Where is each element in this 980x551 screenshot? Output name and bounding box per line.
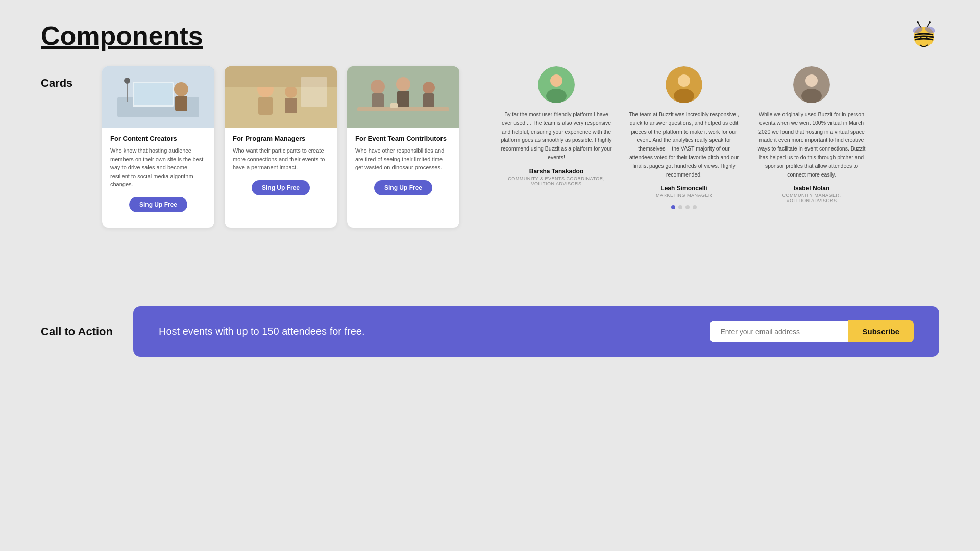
- cta-form: Subscribe: [710, 320, 914, 342]
- dot-1[interactable]: [671, 205, 675, 209]
- svg-point-30: [423, 82, 435, 94]
- cta-promo-text: Host events with up to 150 attendees for…: [159, 325, 365, 337]
- card-event-contributors: For Event Team Contributors Who have oth…: [347, 66, 459, 228]
- testimonial-2-text: The team at Buzzit was incredibly respon…: [628, 110, 740, 179]
- cards-container: For Content Creators Who know that hosti…: [102, 66, 459, 228]
- page-title: Components: [41, 20, 203, 51]
- svg-point-26: [371, 80, 385, 94]
- card-1-desc: Who know that hosting audience members o…: [110, 146, 206, 189]
- svg-rect-20: [258, 97, 273, 115]
- cta-section-label: Call to Action: [41, 325, 113, 338]
- svg-rect-33: [390, 103, 398, 108]
- card-2-title: For Program Managers: [233, 135, 329, 142]
- card-image-meeting: [225, 66, 337, 128]
- svg-point-35: [550, 74, 562, 87]
- card-image-workspace: [102, 66, 214, 128]
- testimonials-section: By far the most user-friendly platform I…: [500, 66, 939, 209]
- card-2-desc: Who want their participants to create mo…: [233, 146, 329, 172]
- svg-point-42: [801, 89, 822, 103]
- testimonial-isabel: While we originally used Buzzit for in-p…: [755, 66, 868, 209]
- card-image-team: [347, 66, 459, 128]
- card-3-desc: Who have other responsibilities and are …: [355, 146, 451, 172]
- testimonial-2-role: Marketing Manager: [628, 193, 740, 198]
- svg-point-7: [929, 21, 931, 23]
- svg-point-9: [926, 37, 928, 39]
- svg-rect-15: [175, 96, 187, 111]
- testimonial-leah: The team at Buzzit was incredibly respon…: [628, 66, 740, 209]
- testimonial-barsha: By far the most user-friendly platform I…: [500, 66, 612, 209]
- svg-rect-32: [357, 107, 449, 111]
- svg-rect-29: [397, 91, 409, 109]
- testimonial-3-role: Community Manager, Volition Advisors: [755, 193, 868, 203]
- cta-bar: Host events with up to 150 attendees for…: [133, 306, 939, 357]
- card-1-signup-button[interactable]: Sing Up Free: [129, 197, 187, 212]
- svg-point-41: [805, 74, 818, 87]
- svg-point-5: [917, 21, 919, 23]
- svg-rect-24: [301, 77, 327, 107]
- testimonial-1-avatar: [538, 66, 575, 103]
- svg-point-39: [674, 89, 694, 103]
- svg-rect-13: [134, 83, 173, 105]
- svg-point-38: [678, 74, 690, 87]
- carousel-dots: [628, 205, 740, 209]
- testimonial-1-role: Community & Events Coordinator, Volition…: [500, 176, 612, 186]
- dot-2[interactable]: [678, 205, 682, 209]
- testimonial-3-avatar: [793, 66, 830, 103]
- page-header: Components: [0, 0, 980, 61]
- svg-point-28: [396, 77, 410, 91]
- cards-section-label: Cards: [41, 77, 87, 90]
- testimonial-1-name: Barsha Tanakadoo: [500, 168, 612, 175]
- svg-rect-16: [127, 82, 128, 102]
- subscribe-button[interactable]: Subscribe: [848, 320, 914, 342]
- card-3-signup-button[interactable]: Sing Up Free: [374, 180, 432, 195]
- testimonial-1-text: By far the most user-friendly platform I…: [500, 110, 612, 162]
- svg-point-14: [174, 82, 188, 96]
- card-3-title: For Event Team Contributors: [355, 135, 451, 142]
- svg-point-36: [546, 89, 567, 103]
- svg-point-21: [285, 86, 297, 98]
- card-content-creators: For Content Creators Who know that hosti…: [102, 66, 214, 228]
- svg-point-17: [124, 78, 130, 84]
- cards-section: Cards: [41, 66, 459, 228]
- testimonials-container: By far the most user-friendly platform I…: [500, 66, 868, 209]
- card-1-title: For Content Creators: [110, 135, 206, 142]
- card-2-signup-button[interactable]: Sing Up Free: [252, 180, 310, 195]
- logo-icon: [909, 20, 939, 51]
- email-input[interactable]: [710, 321, 848, 342]
- dot-3[interactable]: [685, 205, 690, 209]
- testimonial-2-name: Leah Simoncelli: [628, 185, 740, 192]
- svg-rect-22: [285, 98, 297, 113]
- cta-wrapper: Call to Action Host events with up to 15…: [0, 306, 980, 357]
- testimonial-3-text: While we originally used Buzzit for in-p…: [755, 110, 868, 179]
- card-program-managers: For Program Managers Who want their part…: [225, 66, 337, 228]
- dot-4[interactable]: [693, 205, 697, 209]
- testimonial-2-avatar: [666, 66, 702, 103]
- testimonial-3-name: Isabel Nolan: [755, 185, 868, 192]
- svg-point-8: [920, 37, 922, 39]
